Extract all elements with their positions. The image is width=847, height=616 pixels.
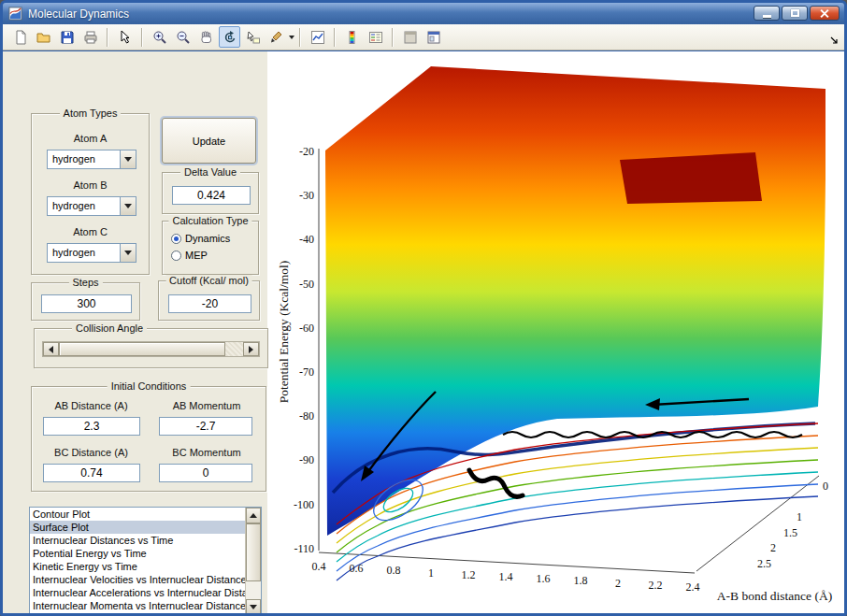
radio-mep-label: MEP: [185, 250, 208, 261]
cutoff-title: Cutoff (Kcal/ mol): [165, 275, 252, 286]
toolbar-separator: [334, 28, 336, 47]
atom-a-dropdown[interactable]: hydrogen: [47, 150, 136, 169]
atom-c-label: Atom C: [32, 226, 149, 237]
delta-value-title: Delta Value: [180, 166, 240, 178]
update-button[interactable]: Update: [162, 118, 256, 164]
ytick-label: -60: [275, 322, 314, 336]
list-item[interactable]: Internuclear Accelerations vs Internucle…: [30, 586, 245, 599]
atom-types-panel: Atom Types Atom A hydrogen Atom B hydrog…: [31, 113, 150, 275]
close-icon: [820, 8, 829, 18]
ab-distance-input[interactable]: [43, 417, 140, 436]
calculation-type-title: Calculation Type: [168, 215, 251, 226]
collision-angle-title: Collision Angle: [72, 322, 147, 334]
radio-mep[interactable]: MEP: [171, 250, 208, 261]
atom-types-title: Atom Types: [60, 107, 122, 119]
ytick-label: -100: [275, 498, 314, 512]
delta-value-input[interactable]: [172, 186, 251, 205]
ytick-label: -50: [275, 278, 314, 292]
xtick-label: 0.8: [380, 564, 408, 578]
atom-b-value: hydrogen: [48, 197, 120, 215]
xtick-label: 0.4: [305, 560, 333, 574]
figure-body: Potential Energy (Kcal/mol) A-B bond dis…: [3, 51, 844, 613]
bc-distance-label: BC Distance (A): [37, 447, 145, 458]
bc-distance-input[interactable]: [43, 464, 140, 482]
zoom-in-icon[interactable]: [149, 26, 170, 48]
title-bar[interactable]: Molecular Dynamics: [3, 3, 844, 24]
bc-momentum-label: BC Momentum: [155, 447, 258, 458]
calculation-type-panel: Calculation Type Dynamics MEP: [162, 221, 259, 275]
xtick-label: 1: [417, 566, 445, 580]
insert-colorbar-icon[interactable]: [341, 26, 363, 48]
new-figure-icon[interactable]: [9, 26, 31, 48]
maximize-button[interactable]: [782, 6, 808, 21]
xtick-label: 1.6: [529, 572, 557, 586]
listbox-vertical-scrollbar[interactable]: [245, 508, 261, 615]
insert-legend-icon[interactable]: [365, 26, 386, 48]
slider-right-arrow[interactable]: [243, 342, 259, 356]
atom-b-dropdown[interactable]: hydrogen: [47, 196, 136, 216]
list-item[interactable]: Internuclear Momenta vs Internuclear Dis…: [30, 599, 245, 612]
radio-mep-circle[interactable]: [171, 251, 181, 261]
zoom-out-icon[interactable]: [172, 26, 194, 48]
steps-input[interactable]: [41, 294, 132, 313]
initial-conditions-panel: Initial Conditions AB Distance (A) AB Mo…: [31, 386, 266, 492]
slider-left-arrow[interactable]: [43, 342, 59, 356]
xtick-label: 2.2: [641, 579, 669, 593]
toolbar-overflow-icon[interactable]: [830, 36, 839, 47]
brush-dropdown-caret[interactable]: [289, 36, 294, 39]
atom-a-dropdown-arrow[interactable]: [120, 150, 136, 168]
collision-angle-slider[interactable]: [42, 341, 260, 357]
link-plot-icon[interactable]: [307, 26, 328, 48]
print-figure-icon[interactable]: [79, 26, 101, 48]
list-item[interactable]: Surface Plot: [30, 521, 245, 534]
rotate-3d-icon[interactable]: [219, 26, 240, 48]
atom-b-dropdown-arrow[interactable]: [120, 197, 136, 215]
close-button[interactable]: [810, 6, 840, 21]
data-cursor-icon[interactable]: [242, 26, 264, 48]
atom-c-dropdown-arrow[interactable]: [120, 244, 136, 262]
atom-b-label: Atom B: [32, 179, 149, 191]
toolbar-separator: [107, 28, 108, 47]
ab-momentum-input[interactable]: [159, 417, 252, 436]
scroll-down-arrow[interactable]: [246, 599, 261, 615]
list-item[interactable]: Kinetic Energy vs Time: [30, 560, 245, 573]
slider-track[interactable]: [59, 342, 243, 356]
atom-c-dropdown[interactable]: hydrogen: [47, 243, 136, 263]
ytick-label: -110: [275, 542, 314, 556]
toolbar-separator: [141, 28, 143, 47]
initial-conditions-title: Initial Conditions: [108, 380, 191, 392]
xtick-label: 0.6: [342, 562, 370, 576]
delta-value-panel: Delta Value: [162, 172, 259, 214]
cutoff-panel: Cutoff (Kcal/ mol): [158, 280, 260, 321]
brush-icon[interactable]: [266, 26, 287, 48]
pan-icon[interactable]: [195, 26, 217, 48]
vertical-scroll-thumb[interactable]: [246, 523, 261, 581]
edit-plot-icon[interactable]: [114, 26, 136, 48]
surface-plot-svg: [267, 51, 847, 616]
save-figure-icon[interactable]: [56, 26, 78, 48]
radio-dynamics-circle[interactable]: [171, 234, 181, 244]
list-item[interactable]: Internuclear Velocities vs Internuclear …: [30, 573, 245, 586]
ztick-label: 1: [797, 510, 821, 524]
steps-title: Steps: [68, 277, 102, 288]
ztick-label: 1.5: [783, 526, 808, 540]
show-plot-tools-icon[interactable]: [423, 26, 444, 48]
list-item[interactable]: Contour Plot: [30, 508, 245, 521]
plot-type-listbox[interactable]: Contour PlotSurface PlotInternuclear Dis…: [29, 507, 262, 616]
atom-a-value: hydrogen: [48, 150, 120, 168]
ztick-label: 2: [770, 541, 795, 555]
open-file-icon[interactable]: [33, 26, 54, 48]
radio-dynamics[interactable]: Dynamics: [171, 233, 230, 244]
plot-area[interactable]: Potential Energy (Kcal/mol) A-B bond dis…: [267, 51, 847, 616]
slider-thumb[interactable]: [59, 342, 225, 356]
list-item[interactable]: Internuclear Distances vs Time: [30, 534, 245, 547]
bc-momentum-input[interactable]: [159, 464, 252, 482]
scroll-up-arrow[interactable]: [246, 508, 261, 523]
ytick-label: -80: [275, 409, 314, 423]
collision-angle-panel: Collision Angle: [34, 328, 268, 368]
hide-plot-tools-icon[interactable]: [399, 26, 421, 48]
minimize-button[interactable]: [754, 6, 780, 21]
list-item[interactable]: Potential Energy vs Time: [30, 547, 245, 560]
cutoff-input[interactable]: [168, 294, 251, 313]
atom-a-label: Atom A: [32, 133, 149, 144]
